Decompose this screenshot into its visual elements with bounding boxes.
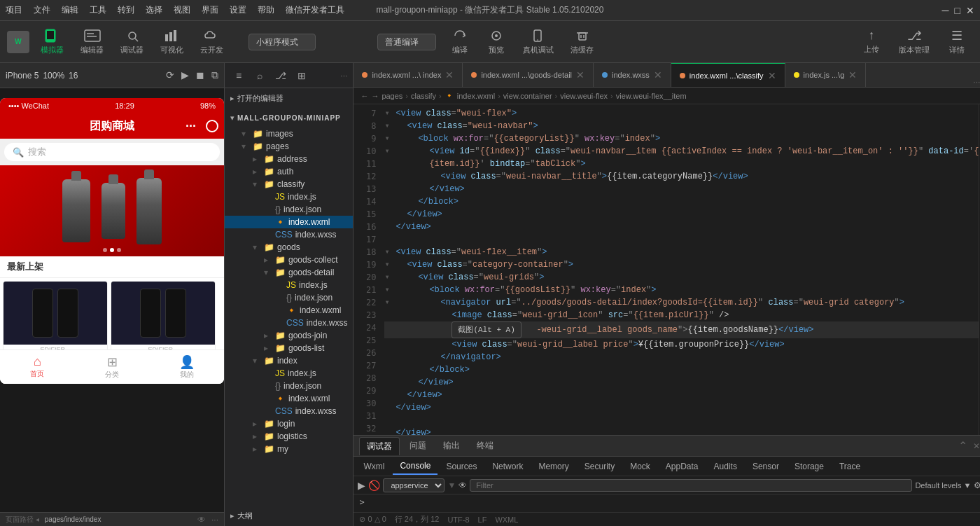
tree-item-index-indexjson[interactable]: {} index.json — [225, 380, 353, 392]
images-arrow[interactable] — [241, 129, 253, 139]
open-editors-header[interactable]: ▸ 打开的编辑器 — [225, 91, 353, 106]
goods-collect-arrow[interactable] — [264, 255, 275, 265]
fold-21[interactable] — [384, 284, 396, 296]
tree-item-classify[interactable]: 📁 classify — [225, 178, 353, 191]
clipboard-icon[interactable]: ⧉ — [211, 69, 218, 81]
tree-item-login[interactable]: 📁 login — [225, 417, 353, 430]
tree-item-goods-list[interactable]: 📁 goods-list — [225, 342, 353, 354]
breadcrumb-classify[interactable]: classify — [411, 92, 436, 100]
tool-tab-console[interactable]: Console — [393, 458, 438, 475]
tree-item-logistics[interactable]: 📁 logistics — [225, 430, 353, 443]
explorer-layout-icon[interactable]: ≡ — [230, 67, 247, 84]
login-arrow[interactable] — [253, 419, 264, 429]
tree-item-pages[interactable]: 📁 pages — [225, 140, 353, 153]
phone-nav-dots[interactable]: ··· — [186, 119, 196, 134]
tree-item-classify-indexjs[interactable]: JS index.js — [225, 191, 353, 203]
address-arrow[interactable] — [253, 154, 264, 164]
play-icon[interactable]: ▶ — [181, 69, 189, 81]
phone-nav-circle[interactable] — [206, 120, 218, 132]
tree-item-goods-detail[interactable]: 📁 goods-detail — [225, 266, 353, 279]
menu-item-help[interactable]: 帮助 — [258, 4, 274, 16]
tool-tab-network[interactable]: Network — [485, 459, 530, 474]
breadcrumb-pages[interactable]: pages — [382, 92, 402, 100]
levels-label[interactable]: Default levels ▼ — [915, 481, 971, 490]
tree-item-classify-indexwxss[interactable]: CSS index.wxss — [225, 228, 353, 241]
real-machine-button[interactable]: 真机调试 — [517, 25, 559, 58]
devtools-close-button[interactable]: ✕ — [973, 441, 980, 451]
tool-tab-sensor[interactable]: Sensor — [746, 459, 786, 474]
console-play-icon[interactable]: ▶ — [358, 480, 365, 491]
tool-tab-wxml[interactable]: Wxml — [356, 459, 391, 474]
fold-9[interactable] — [384, 132, 396, 145]
fold-8[interactable] — [384, 120, 396, 132]
devtools-tab-terminal[interactable]: 终端 — [470, 437, 500, 455]
breadcrumb-filename[interactable]: index.wxml — [457, 92, 495, 100]
editor-more-icon[interactable]: ··· — [967, 77, 980, 87]
screenshot-tooltip[interactable]: 截图(Alt + A) — [451, 321, 521, 338]
devtools-minimize-button[interactable]: ⌃ — [958, 439, 967, 452]
menu-item-wechat-devtools[interactable]: 微信开发者工具 — [286, 4, 344, 16]
tree-item-my[interactable]: 📁 my — [225, 443, 353, 455]
tree-item-index-indexjs[interactable]: JS index.js — [225, 367, 353, 380]
console-ban-icon[interactable]: 🚫 — [368, 480, 380, 491]
tool-tab-memory[interactable]: Memory — [531, 459, 575, 474]
tool-tab-storage[interactable]: Storage — [788, 459, 831, 474]
debugger-button[interactable]: 调试器 — [115, 25, 149, 58]
fold-10[interactable] — [384, 145, 396, 158]
tree-item-address[interactable]: 📁 address — [225, 153, 353, 165]
tree-item-index[interactable]: 📁 index — [225, 354, 353, 367]
tab-close-4[interactable]: ✕ — [768, 70, 776, 81]
volume-icon[interactable]: ◼ — [196, 69, 204, 81]
compile-button[interactable]: 编译 — [444, 25, 475, 58]
mode-select[interactable]: 小程序模式 — [248, 34, 316, 50]
tree-item-auth[interactable]: 📁 auth — [225, 165, 353, 178]
compile-select[interactable]: 普通编译 — [377, 34, 436, 50]
appservice-select[interactable]: appservice — [383, 478, 444, 492]
goods-join-arrow[interactable] — [264, 331, 275, 340]
pages-arrow[interactable] — [241, 141, 253, 151]
tree-item-index-indexwxss[interactable]: CSS index.wxss — [225, 405, 353, 417]
editor-tab-goods-detail[interactable]: index.wxml ...\goods-detail ✕ — [463, 63, 594, 87]
classify-arrow[interactable] — [253, 179, 264, 189]
tree-item-goods-detail-indexjs[interactable]: JS index.js — [225, 279, 353, 291]
tool-tab-trace[interactable]: Trace — [832, 459, 867, 474]
explorer-more-icon[interactable]: ··· — [340, 71, 347, 81]
explorer-git-icon[interactable]: ⎇ — [272, 67, 289, 84]
tool-tab-sources[interactable]: Sources — [439, 459, 484, 474]
tab-close-2[interactable]: ✕ — [576, 69, 584, 81]
close-button[interactable]: ✕ — [966, 5, 974, 16]
rotate-icon[interactable]: ⟳ — [166, 69, 174, 81]
logistics-arrow[interactable] — [253, 431, 264, 441]
clear-cache-button[interactable]: 清缓存 — [565, 25, 599, 58]
code-area[interactable]: <view class="weui-flex"> <view class="we… — [382, 104, 979, 435]
editor-button[interactable]: 编辑器 — [75, 25, 109, 58]
visualize-button[interactable]: 可视化 — [155, 25, 189, 58]
tab-close-1[interactable]: ✕ — [445, 69, 454, 81]
simulator-button[interactable]: 模拟器 — [35, 25, 69, 58]
menu-item-tools[interactable]: 工具 — [90, 4, 106, 16]
tree-item-goods-collect[interactable]: 📁 goods-collect — [225, 254, 353, 266]
phone-nav-mine[interactable]: 👤 我的 — [149, 350, 224, 384]
menu-item-select[interactable]: 选择 — [146, 4, 162, 16]
index-arrow[interactable] — [253, 356, 264, 366]
tool-tab-audits[interactable]: Audits — [707, 459, 744, 474]
fold-22[interactable] — [384, 296, 396, 309]
breadcrumb-view-weui-flex-item[interactable]: view.weui-flex__item — [616, 92, 687, 100]
tree-item-goods[interactable]: 📁 goods — [225, 241, 353, 254]
outline-header[interactable]: ▸ 大纲 — [225, 508, 353, 523]
tree-item-goods-detail-indexjson[interactable]: {} index.json — [225, 291, 353, 304]
explorer-split-icon[interactable]: ⊞ — [293, 67, 310, 84]
phone-banner[interactable] — [0, 165, 224, 256]
editor-tab-wxss[interactable]: index.wxss ✕ — [594, 63, 671, 87]
phone-nav-category[interactable]: ⊞ 分类 — [75, 350, 150, 384]
breadcrumb-view-container[interactable]: view.container — [503, 92, 552, 100]
explorer-search-icon[interactable]: ⌕ — [251, 67, 268, 84]
tree-item-images[interactable]: 📁 images — [225, 127, 353, 140]
eye-button[interactable]: 👁 — [458, 480, 467, 490]
preview-button[interactable]: 预览 — [481, 25, 512, 58]
cloud-button[interactable]: 云开发 — [195, 25, 229, 58]
devtools-tab-debugger[interactable]: 调试器 — [359, 437, 400, 455]
fold-19[interactable] — [384, 258, 396, 271]
tool-tab-security[interactable]: Security — [578, 459, 622, 474]
menu-item-interface[interactable]: 界面 — [202, 4, 218, 16]
